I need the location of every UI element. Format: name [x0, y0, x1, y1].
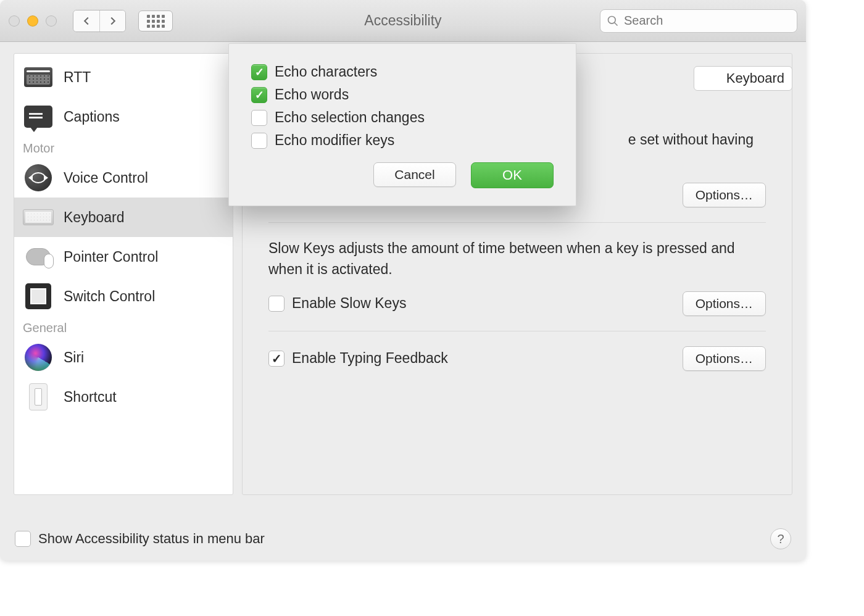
- chevron-left-icon: [82, 17, 91, 25]
- typing-feedback-options-button[interactable]: Options…: [683, 346, 766, 371]
- section-header-motor: Motor: [14, 136, 233, 158]
- footer: Show Accessibility status in menu bar ?: [15, 528, 791, 549]
- slow-keys-desc: Slow Keys adjusts the amount of time bet…: [268, 238, 766, 280]
- sidebar-item-label: Pointer Control: [64, 249, 158, 265]
- sidebar-item-label: Shortcut: [64, 389, 117, 406]
- svg-point-0: [609, 16, 616, 23]
- show-all-button[interactable]: [138, 10, 173, 31]
- help-button[interactable]: ?: [770, 528, 791, 549]
- search-field-wrap: [600, 9, 797, 33]
- tab-label: Keyboard: [726, 70, 784, 86]
- sticky-keys-options-button[interactable]: Options…: [683, 183, 766, 207]
- sidebar-item-rtt[interactable]: RTT: [14, 57, 233, 97]
- sidebar-item-shortcut[interactable]: Shortcut: [14, 377, 233, 417]
- checkbox-box: [251, 133, 267, 149]
- close-window-button[interactable]: [9, 15, 20, 27]
- checkbox-box: [268, 351, 285, 367]
- sidebar: RTT Captions Motor Voice Control Keyboar…: [0, 42, 242, 560]
- back-button[interactable]: [73, 10, 99, 31]
- sidebar-item-captions[interactable]: Captions: [14, 97, 233, 136]
- accessibility-window: Accessibility RTT Captions Motor: [0, 0, 806, 560]
- sidebar-item-label: Captions: [64, 109, 120, 125]
- ok-button[interactable]: OK: [471, 162, 554, 188]
- cancel-button[interactable]: Cancel: [373, 162, 456, 187]
- sidebar-item-switch-control[interactable]: Switch Control: [14, 277, 233, 316]
- keyboard-icon: [23, 205, 54, 230]
- forward-button[interactable]: [99, 10, 125, 31]
- show-menubar-checkbox[interactable]: Show Accessibility status in menu bar: [15, 531, 265, 547]
- divider-1: [268, 222, 766, 223]
- search-icon: [607, 15, 619, 27]
- tab-keyboard[interactable]: Keyboard: [694, 66, 792, 91]
- echo-modifier-checkbox[interactable]: Echo modifier keys: [251, 132, 554, 149]
- typing-feedback-row: Enable Typing Feedback Options…: [268, 346, 766, 371]
- rtt-icon: [23, 65, 54, 89]
- sidebar-item-label: Voice Control: [64, 170, 148, 186]
- enable-slow-keys-checkbox[interactable]: Enable Slow Keys: [268, 295, 406, 312]
- checkbox-label: Echo selection changes: [275, 109, 425, 126]
- sidebar-item-label: Switch Control: [64, 288, 155, 305]
- sidebar-item-label: Keyboard: [64, 209, 124, 226]
- checkbox-box: [15, 531, 31, 547]
- echo-selection-checkbox[interactable]: Echo selection changes: [251, 109, 554, 126]
- checkbox-label: Echo modifier keys: [275, 132, 394, 149]
- grid-icon: [147, 15, 164, 27]
- checkbox-label: Enable Typing Feedback: [292, 350, 448, 367]
- enable-typing-feedback-checkbox[interactable]: Enable Typing Feedback: [268, 350, 448, 367]
- checkbox-label: Echo characters: [275, 64, 377, 80]
- dialog-actions: Cancel OK: [251, 162, 554, 188]
- sidebar-item-keyboard[interactable]: Keyboard: [14, 198, 233, 237]
- checkbox-box: [268, 296, 285, 312]
- sidebar-item-pointer-control[interactable]: Pointer Control: [14, 237, 233, 277]
- siri-icon: [23, 345, 54, 370]
- search-input[interactable]: [600, 9, 797, 33]
- divider-2: [268, 331, 766, 331]
- shortcut-icon: [23, 385, 54, 409]
- checkbox-label: Show Accessibility status in menu bar: [38, 531, 265, 547]
- sidebar-item-label: RTT: [64, 69, 91, 86]
- captions-icon: [23, 104, 54, 129]
- minimize-window-button[interactable]: [27, 15, 38, 27]
- slow-keys-row: Enable Slow Keys Options…: [268, 291, 766, 316]
- slow-keys-options-button[interactable]: Options…: [683, 291, 766, 316]
- sidebar-item-siri[interactable]: Siri: [14, 338, 233, 377]
- echo-words-checkbox[interactable]: Echo words: [251, 86, 554, 103]
- checkbox-label: Echo words: [275, 86, 349, 103]
- zoom-window-button[interactable]: [46, 15, 57, 27]
- sticky-keys-desc-tail: e set without having: [628, 129, 754, 151]
- svg-line-1: [615, 22, 618, 25]
- checkbox-box: [251, 64, 267, 80]
- titlebar: Accessibility: [0, 0, 806, 42]
- checkbox-box: [251, 87, 267, 103]
- sidebar-item-voice-control[interactable]: Voice Control: [14, 158, 233, 198]
- nav-buttons: [73, 10, 126, 32]
- switch-control-icon: [23, 284, 54, 309]
- help-icon: ?: [777, 532, 784, 546]
- section-header-general: General: [14, 316, 233, 338]
- pointer-control-icon: [23, 244, 54, 269]
- checkbox-box: [251, 110, 267, 126]
- typing-feedback-dialog: Echo characters Echo words Echo selectio…: [228, 43, 576, 206]
- voice-control-icon: [23, 165, 54, 190]
- sidebar-list[interactable]: RTT Captions Motor Voice Control Keyboar…: [14, 53, 233, 495]
- chevron-right-icon: [109, 17, 117, 25]
- window-controls: [9, 15, 57, 27]
- echo-characters-checkbox[interactable]: Echo characters: [251, 64, 554, 80]
- checkbox-label: Enable Slow Keys: [292, 295, 406, 312]
- sidebar-item-label: Siri: [64, 349, 84, 366]
